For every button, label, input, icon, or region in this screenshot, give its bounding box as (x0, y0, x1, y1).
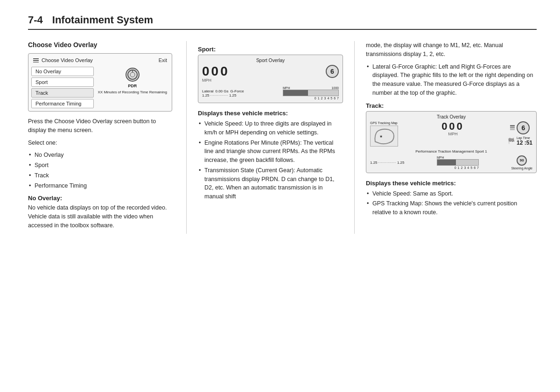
bullet-sport: Sport (28, 161, 172, 170)
track-heading: Track: (366, 102, 537, 109)
pdr-label: PDR (128, 84, 137, 88)
bullet-track: Track (28, 171, 172, 180)
track-gforce-right: 1.25 (397, 161, 405, 165)
track-bullet-list: Vehicle Speed: Same as Sport. GPS Tracki… (366, 189, 537, 217)
sport-overlay-bottom: Lateral 0.00 Gs G-Force 1.25 ···········… (202, 86, 339, 100)
lap-icon: 🏁 (508, 138, 515, 144)
gforce-dots: ············· (210, 94, 228, 97)
choose-overlay-heading: Choose Video Overlay (28, 41, 172, 49)
menu-items-list: No Overlay Sport Track Performance Timin… (31, 67, 169, 108)
sport-overlay-top: 000 MPH 6 (202, 65, 339, 83)
no-overlay-body: No vehicle data displays on top of the r… (28, 203, 172, 230)
right-column: mode, the display will change to M1, M2,… (355, 41, 537, 234)
pdr-icon (127, 69, 138, 80)
lap-time-label: Lap Time (517, 136, 532, 140)
gps-map-area: GPS Tracking Map ★ (370, 121, 398, 147)
track-rpm-label-row: MPH (437, 156, 479, 159)
exit-button[interactable]: Exit (159, 57, 167, 63)
gforce-right-val: 1.25 (229, 93, 237, 98)
menu-screen-label: Choose Video Overlay (42, 57, 93, 63)
track-center-info: 000 MPH (441, 121, 464, 136)
svg-rect-1 (33, 60, 39, 61)
menu-screen-header: Choose Video Overlay Exit (31, 56, 169, 64)
gforce-section: Lateral 0.00 Gs G-Force 1.25 ···········… (202, 89, 244, 98)
bar2 (510, 127, 515, 128)
track-rpm-numbers: 0 1 2 3 4 5 6 7 (455, 166, 479, 169)
bullet-rpm: Engine Rotations Per Minute (RPMs): The … (198, 139, 343, 165)
select-label: Select one: (28, 139, 172, 147)
gforce-left-val: 1.25 (202, 93, 210, 98)
track-rpm-section: MPH 0 1 2 3 4 5 6 7 (437, 156, 479, 169)
rpm-bar-container (283, 90, 339, 96)
track-mph-label: MPH (437, 156, 444, 159)
page-header: 7-4 Infotainment System (28, 14, 537, 30)
bullet-gps-map: GPS Tracking Map: Shows the vehicle's cu… (366, 199, 537, 217)
track-gforce-section: 1.25 ············· 1.25 (370, 161, 404, 165)
track-gforce-bar: 1.25 ············· 1.25 (370, 161, 404, 165)
steering-value: 90 (517, 155, 527, 166)
menu-item-performance[interactable]: Performance Timing (31, 99, 94, 108)
rpm-section: MPH 1000 0 1 2 3 4 5 (283, 86, 339, 100)
speed-display: 000 MPH (202, 65, 230, 83)
track-gforce-dots: ············· (378, 161, 396, 164)
menu-screen-mockup: Choose Video Overlay Exit No Overlay Spo… (28, 53, 172, 112)
left-column: Choose Video Overlay Choose Video Overla… (28, 41, 187, 234)
gforce-bar: 1.25 ············· 1.25 (202, 93, 244, 98)
sport-overlay-title: Sport Overlay (202, 58, 339, 63)
lap-time-vals: Lap Time 12 :51 (517, 136, 532, 146)
bar3 (510, 129, 515, 130)
rpm-label-row: MPH 1000 (283, 86, 339, 90)
bullet-lateral-gforce: Lateral G-Force Graphic: Left and Right … (366, 63, 537, 98)
menu-item-sport[interactable]: Sport (31, 77, 94, 87)
ptm-label: Performance Traction Management Sport 1 (370, 149, 532, 154)
lateral-label: Lateral (202, 89, 213, 93)
gear-area: 6 (510, 121, 530, 134)
menu-item-no-overlay[interactable]: No Overlay (31, 67, 94, 76)
menu-item-track[interactable]: Track (31, 88, 94, 98)
svg-rect-0 (33, 58, 39, 59)
page-number: 7-4 (28, 14, 43, 26)
lap-time-area: 🏁 Lap Time 12 :51 (508, 136, 532, 146)
gear-indicator: 6 (326, 65, 339, 78)
recording-time-label: XX Minutes of Recording Time Remaining (98, 90, 167, 94)
lateral-row: Lateral 0.00 Gs G-Force (202, 89, 244, 93)
body-text-1: Press the Choose Video Overlay screen bu… (28, 117, 172, 135)
svg-text:★: ★ (379, 134, 383, 138)
svg-rect-2 (33, 62, 39, 63)
track-right-info: 6 🏁 Lap Time 12 :51 (508, 121, 532, 146)
continued-text: mode, the display will change to M1, M2,… (366, 41, 537, 59)
mph-label: MPH (283, 86, 290, 90)
bullet-track-speed: Vehicle Speed: Same as Sport. (366, 189, 537, 198)
track-rpm-bar-fill (437, 160, 456, 165)
menu-items-col: No Overlay Sport Track Performance Timin… (31, 67, 94, 108)
bullet-no-overlay: No Overlay (28, 151, 172, 160)
gps-label: GPS Tracking Map (370, 121, 398, 125)
menu-right-info: PDR XX Minutes of Recording Time Remaini… (96, 67, 169, 95)
track-overlay-top: GPS Tracking Map ★ (370, 121, 532, 147)
track-displays-heading: Displays these vehicle metrics: (366, 180, 537, 187)
displays-heading: Displays these vehicle metrics: (198, 110, 343, 117)
steering-area: 90 Steering Angle (511, 155, 532, 170)
rpm-val: 1000 (331, 86, 339, 90)
track-rpm-bar-container (437, 159, 479, 166)
page-wrapper: 7-4 Infotainment System Choose Video Ove… (0, 0, 560, 248)
bullet-performance: Performance Timing (28, 182, 172, 190)
overlay-bullet-list: No Overlay Sport Track Performance Timin… (28, 151, 172, 190)
sport-heading: Sport: (198, 46, 343, 53)
gforce-label: G-Force (230, 89, 244, 93)
bar1 (510, 125, 515, 126)
speed-unit: MPH (202, 78, 230, 83)
speed-digits: 000 (202, 65, 230, 78)
lateral-val: 0.00 Gs (215, 89, 228, 93)
content-columns: Choose Video Overlay Choose Video Overla… (28, 41, 537, 234)
track-speed-digits: 000 (441, 121, 464, 132)
track-gear-indicator: 6 (517, 121, 530, 134)
rpm-bar-fill (283, 90, 308, 96)
track-map-svg: ★ (371, 126, 398, 146)
menu-screen-icon (33, 58, 40, 63)
pdr-circle (126, 68, 140, 82)
track-speed-unit: MPH (448, 132, 457, 136)
sport-bullet-list: Vehicle Speed: Up to three digits are di… (198, 119, 343, 201)
track-gforce-left: 1.25 (370, 161, 378, 165)
bullet-vehicle-speed: Vehicle Speed: Up to three digits are di… (198, 119, 343, 137)
